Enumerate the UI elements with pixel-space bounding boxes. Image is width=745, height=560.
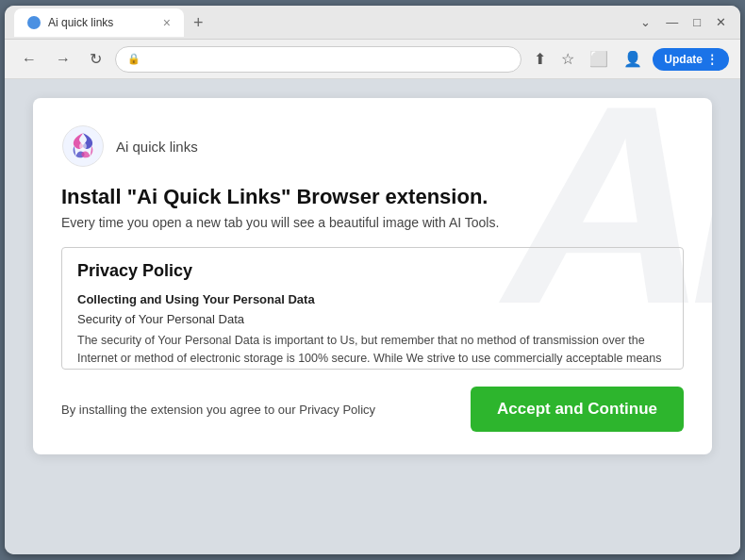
- policy-subsection-title: Security of Your Personal Data: [77, 312, 668, 326]
- close-window-button[interactable]: ✕: [711, 13, 731, 31]
- minimize-button[interactable]: —: [661, 13, 683, 31]
- refresh-button[interactable]: ↻: [84, 46, 108, 72]
- title-bar: Ai quick links × + ⌄ — □ ✕: [5, 6, 740, 40]
- extension-name: Ai quick links: [116, 139, 198, 155]
- address-input[interactable]: 🔒: [115, 46, 522, 73]
- policy-section-title: Collecting and Using Your Personal Data: [77, 292, 668, 306]
- tab-favicon: [27, 16, 41, 29]
- svg-point-2: [79, 142, 87, 150]
- tab-close-button[interactable]: ×: [163, 16, 171, 29]
- back-button[interactable]: ←: [16, 47, 42, 72]
- update-button-label: Update: [664, 53, 703, 66]
- maximize-button[interactable]: □: [688, 13, 705, 31]
- extension-logo: [61, 124, 105, 168]
- tab-title: Ai quick links: [48, 16, 113, 29]
- policy-box[interactable]: Privacy Policy Collecting and Using Your…: [61, 247, 684, 370]
- share-icon[interactable]: ⬆: [529, 46, 551, 72]
- update-chevron-icon: ⋮: [706, 53, 718, 66]
- footer-note-text: By installing the extension you agree to…: [61, 403, 375, 417]
- chevron-down-icon[interactable]: ⌄: [636, 13, 655, 31]
- lock-icon: 🔒: [127, 53, 141, 65]
- profile-icon[interactable]: 👤: [619, 46, 647, 72]
- install-subtitle: Every time you open a new tab you will s…: [61, 215, 684, 230]
- browser-tab[interactable]: Ai quick links ×: [14, 8, 184, 37]
- bookmark-icon[interactable]: ☆: [556, 46, 579, 72]
- tab-area: Ai quick links × +: [14, 8, 630, 37]
- install-card: Ai quick links Install "Ai Quick Links" …: [33, 98, 712, 454]
- toolbar-icons: ⬆ ☆ ⬜ 👤 Update ⋮: [529, 46, 729, 72]
- address-bar: ← → ↻ 🔒 ⬆ ☆ ⬜ 👤 Update ⋮: [5, 40, 740, 79]
- update-button[interactable]: Update ⋮: [653, 48, 729, 71]
- card-inner: Ai quick links Install "Ai Quick Links" …: [61, 124, 684, 432]
- svg-point-0: [29, 18, 39, 27]
- accept-and-continue-button[interactable]: Accept and Continue: [471, 387, 684, 432]
- policy-body-text: The security of Your Personal Data is im…: [77, 332, 668, 370]
- forward-button[interactable]: →: [50, 47, 76, 72]
- bottom-row: By installing the extension you agree to…: [61, 387, 684, 432]
- window-controls: ⌄ — □ ✕: [636, 13, 731, 31]
- policy-title: Privacy Policy: [77, 261, 668, 281]
- page-content: Ai quick links Install "Ai Quick Links" …: [5, 79, 740, 554]
- new-tab-button[interactable]: +: [188, 14, 209, 31]
- extensions-icon[interactable]: ⬜: [585, 46, 613, 72]
- install-title: Install "Ai Quick Links" Browser extensi…: [61, 185, 684, 209]
- browser-window: Ai quick links × + ⌄ — □ ✕ ← → ↻ 🔒 ⬆ ☆ ⬜…: [5, 6, 740, 554]
- footer-note: By installing the extension you agree to…: [61, 403, 375, 417]
- extension-header: Ai quick links: [61, 124, 684, 168]
